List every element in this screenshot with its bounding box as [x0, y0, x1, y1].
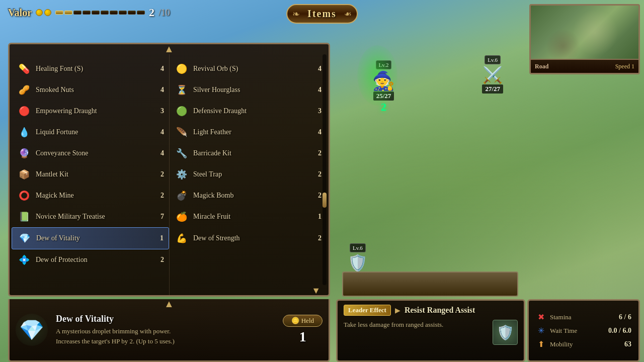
- item-icon: 📗: [17, 209, 32, 224]
- item-row-left-0[interactable]: 💊 Healing Font (S) 4: [12, 58, 169, 79]
- item-row-left-9[interactable]: 💠 Dew of Protection 2: [12, 249, 169, 270]
- unit-2: Lv.6 ⚔️ 27/27: [482, 55, 503, 94]
- valor-coin-1: [36, 9, 43, 16]
- item-name: Mantlet Kit: [36, 170, 152, 178]
- item-row-left-2[interactable]: 🔴 Empowering Draught 3: [12, 101, 169, 122]
- unit2-lv-label: Lv.: [488, 57, 495, 63]
- items-title-bar: Items: [286, 4, 358, 24]
- item-icon: 🪶: [174, 125, 189, 140]
- item-icon: 💣: [174, 188, 189, 203]
- valor-pip-3: [73, 11, 82, 15]
- item-icon: 💪: [174, 231, 189, 246]
- wait-label: Wait Time: [550, 327, 604, 335]
- stamina-icon: ✖: [536, 312, 546, 322]
- item-icon: 💧: [17, 125, 32, 140]
- mobility-label: Mobility: [550, 340, 620, 348]
- item-count: 4: [156, 65, 164, 73]
- valor-pip-2: [64, 11, 72, 15]
- item-row-right-5[interactable]: ⚙️ Steel Trap 2: [169, 164, 327, 185]
- item-count: 1: [313, 213, 321, 221]
- item-row-right-6[interactable]: 💣 Magick Bomb 2: [169, 185, 327, 206]
- item-row-left-7[interactable]: 📗 Novice Military Treatise 7: [12, 206, 169, 227]
- items-panel: ▲ 💊 Healing Font (S) 4 🟡 Revival Orb (S)…: [8, 43, 330, 297]
- valor-pip-7: [110, 11, 118, 15]
- item-row-right-8[interactable]: 💪 Dew of Strength 2: [169, 227, 327, 249]
- panel-top-indicator: ▲: [164, 43, 174, 55]
- held-label: 🪙 Held: [283, 315, 323, 327]
- item-row-left-3[interactable]: 💧 Liquid Fortune 4: [12, 122, 169, 143]
- info-held-block: 🪙 Held 1: [283, 315, 323, 345]
- item-name: Miracle Fruit: [193, 213, 309, 221]
- leader-panel: Leader Effect ▶ Resist Ranged Assist Tak…: [336, 299, 525, 362]
- unit3-lv: 6: [360, 245, 363, 251]
- item-count: 4: [156, 86, 164, 94]
- item-row-left-5[interactable]: 📦 Mantlet Kit 2: [12, 164, 169, 185]
- item-count: 2: [156, 170, 164, 178]
- item-icon: 🔴: [17, 104, 32, 119]
- item-count: 7: [156, 213, 164, 221]
- item-icon: 🔮: [17, 146, 32, 161]
- item-count: 2: [313, 192, 321, 200]
- unit2-lv: 6: [495, 57, 498, 63]
- items-title: Items: [307, 8, 337, 19]
- item-count: 4: [313, 65, 321, 73]
- item-row-right-1[interactable]: ⏳ Silver Hourglass 4: [169, 79, 327, 101]
- valor-label: Valor: [8, 7, 32, 19]
- item-name: Conveyance Stone: [36, 149, 152, 157]
- valor-bar: Valor 2 /10: [8, 6, 170, 19]
- valor-pips: [55, 11, 145, 15]
- item-row-right-empty-9: [169, 249, 327, 270]
- stat-stamina-row: ✖ Stamina 6 / 6: [536, 312, 631, 322]
- item-count: 3: [313, 107, 321, 115]
- item-row-right-0[interactable]: 🟡 Revival Orb (S) 4: [169, 58, 327, 79]
- stamina-label: Stamina: [550, 313, 615, 321]
- item-row-left-8[interactable]: 💎 Dew of Vitality 1: [12, 227, 169, 249]
- item-row-right-7[interactable]: 🍊 Miracle Fruit 1: [169, 206, 327, 227]
- item-name: Smoked Nuts: [36, 86, 152, 94]
- unit3-sprite: 🛡️: [348, 253, 368, 273]
- item-name: Liquid Fortune: [36, 128, 152, 136]
- minimap-speed-label: Speed 1: [615, 63, 634, 70]
- item-name: Empowering Draught: [36, 107, 152, 115]
- item-row-right-3[interactable]: 🪶 Light Feather 4: [169, 122, 327, 143]
- battle-scene: Lv.2 🧙 25/27 2 Lv.6 ⚔️ 27/27 Lv.6 🛡️ 36/…: [332, 45, 523, 297]
- item-row-left-4[interactable]: 🔮 Conveyance Stone 4: [12, 143, 169, 164]
- item-icon: 📦: [17, 167, 32, 182]
- leader-arrow: ▶: [395, 306, 400, 315]
- item-row-left-6[interactable]: ⭕ Magick Mine 2: [12, 185, 169, 206]
- items-grid-divider: [169, 54, 170, 295]
- stat-wait-row: ✳ Wait Time 0.0 / 6.0: [536, 326, 631, 335]
- valor-pip-4: [83, 11, 91, 15]
- valor-pip-1: [55, 11, 63, 15]
- item-name: Novice Military Treatise: [36, 213, 152, 221]
- unit1-sprite: 🧙: [372, 70, 395, 92]
- leader-badge: Leader Effect: [344, 305, 391, 316]
- valor-coin-2: [44, 9, 51, 16]
- platform: [342, 272, 518, 297]
- unit2-hp: 27/27: [482, 84, 503, 94]
- wait-icon: ✳: [536, 326, 546, 335]
- item-name: Magick Bomb: [193, 192, 309, 200]
- selected-item-name: Dew of Vitality: [56, 314, 275, 324]
- item-row-left-1[interactable]: 🥜 Smoked Nuts 4: [12, 79, 169, 101]
- item-name: Dew of Vitality: [36, 234, 151, 242]
- leader-effect-desc: Take less damage from ranged assists.: [344, 320, 487, 330]
- valor-pip-8: [119, 11, 127, 15]
- stamina-value: 6 / 6: [619, 313, 631, 321]
- item-icon: 🟡: [174, 61, 189, 76]
- item-row-right-4[interactable]: 🔧 Barricade Kit 2: [169, 143, 327, 164]
- mobility-icon: ⬆: [536, 339, 546, 349]
- scrollbar[interactable]: [323, 54, 327, 285]
- item-row-right-2[interactable]: 🟢 Defensive Draught 3: [169, 101, 327, 122]
- valor-max: /10: [158, 8, 170, 18]
- valor-coins: [36, 9, 51, 16]
- item-count: 4: [156, 149, 164, 157]
- valor-pip-6: [101, 11, 109, 15]
- leader-content: Leader Effect ▶ Resist Ranged Assist Tak…: [344, 305, 487, 330]
- minimap-bar: Road Speed 1: [531, 59, 638, 73]
- info-text-block: Dew of Vitality A mysterious droplet bri…: [56, 314, 275, 346]
- item-name: Dew of Strength: [193, 234, 309, 242]
- scrollbar-thumb[interactable]: [323, 193, 327, 208]
- item-count: 1: [155, 234, 164, 242]
- item-icon: 🟢: [174, 104, 189, 119]
